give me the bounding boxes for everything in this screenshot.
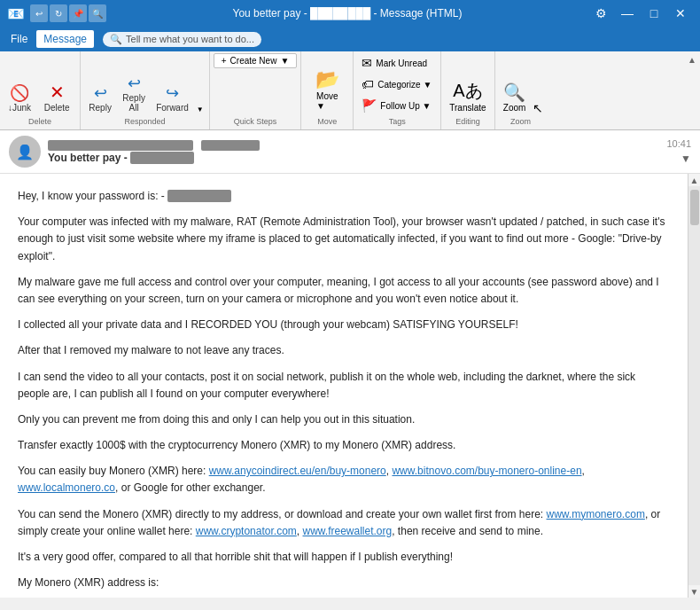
menu-file[interactable]: File	[4, 30, 35, 48]
maximize-btn[interactable]: □	[642, 3, 666, 24]
junk-btn[interactable]: 🚫 ↓Junk	[4, 82, 35, 115]
flag-icon: 🚩	[362, 98, 377, 113]
email-para-1: Your computer was infected with my malwa…	[18, 214, 670, 265]
avatar-icon: 👤	[16, 144, 34, 160]
para8a-text: You can easily buy Monero (XMR) here:	[18, 465, 209, 477]
avatar: 👤	[9, 136, 41, 168]
categorize-icon: 🏷	[362, 77, 374, 91]
ribbon-group-move: 📂 Move▼ Move	[301, 51, 354, 129]
email-para-3: I collected all your private data and I …	[18, 317, 670, 333]
zoom-btn[interactable]: 🔍 Zoom	[499, 79, 531, 115]
link-mymonero[interactable]: www.mymonero.com	[547, 508, 645, 520]
respond-group-btns: ↩ Reply ↩ ReplyAll ↪ Forward ▼	[84, 53, 206, 115]
translate-icon: Aあ	[453, 79, 482, 103]
ribbon-scroll-btn[interactable]: ▲	[688, 51, 700, 129]
forward-btn[interactable]: ↪ Forward	[152, 82, 193, 115]
scroll-down-btn[interactable]: ▼	[688, 585, 700, 598]
envelope-icon: ✉	[362, 56, 372, 70]
forward-label: Forward	[156, 103, 189, 113]
zoom-btns: 🔍 Zoom ↖	[499, 53, 543, 115]
editing-group-label: Editing	[445, 117, 490, 128]
tags-group-label: Tags	[357, 117, 437, 128]
dropdown-arrow: ▼	[280, 56, 289, 66]
mark-unread-btn[interactable]: ✉ Mark Unread	[357, 53, 437, 73]
collapse-btn[interactable]: ▼	[681, 152, 691, 165]
menu-message[interactable]: Message	[36, 30, 94, 48]
email-meta: ████████@████████.com ████████ You bette…	[48, 139, 659, 164]
create-new-label: Create New	[230, 56, 277, 66]
reply-btn[interactable]: ↩ Reply	[84, 82, 116, 115]
link-bitnovo[interactable]: www.bitnovo.com/buy-monero-online-en	[392, 465, 581, 477]
search-btn[interactable]: 🔍	[89, 4, 106, 22]
tell-me-input[interactable]: 🔍 Tell me what you want to do...	[103, 32, 261, 47]
scroll-track	[688, 186, 700, 585]
reply-all-btn[interactable]: ↩ ReplyAll	[118, 73, 150, 115]
categorize-label: Categorize ▼	[377, 80, 432, 90]
tags-btns: ✉ Mark Unread 🏷 Categorize ▼ 🚩 Follow Up…	[357, 53, 437, 115]
ribbon-content: 🚫 ↓Junk ✕ Delete Delete ↩ Reply ↩ Reply	[0, 51, 688, 129]
ribbon-group-editing: Aあ Translate Editing	[441, 51, 494, 129]
follow-up-btn[interactable]: 🚩 Follow Up ▼	[357, 96, 437, 115]
cursor-btn[interactable]: ↖	[533, 101, 543, 115]
window-controls: ⚙ — □ ✕	[588, 3, 693, 24]
email-from-line: ████████@████████.com ████████	[48, 139, 659, 152]
title-bar-small-btns: ↩ ↻ 📌 🔍	[30, 4, 106, 22]
para8d-text: , or Google for other exchanger.	[115, 481, 265, 494]
translate-btn[interactable]: Aあ Translate	[445, 76, 490, 115]
scroll-thumb[interactable]	[690, 190, 699, 225]
window-title: You better pay - ████████ - Message (HTM…	[106, 7, 588, 20]
ribbon: 🚫 ↓Junk ✕ Delete Delete ↩ Reply ↩ Reply	[0, 51, 700, 130]
plus-icon: +	[222, 56, 227, 66]
title-bar-left: 📧 ↩ ↻ 📌 🔍	[7, 4, 106, 22]
email-body: Hey, I know your password is: - ████████…	[0, 174, 688, 598]
link-cryptonator[interactable]: www.cryptonator.com	[196, 525, 297, 537]
categorize-btn[interactable]: 🏷 Categorize ▼	[357, 74, 437, 94]
outlook-icon: 📧	[7, 5, 25, 22]
move-btns: 📂 Move▼	[305, 53, 349, 115]
subject-text: You better pay -	[48, 152, 130, 164]
respond-group-label: Responded	[84, 117, 206, 128]
email-para-8: You can easily buy Monero (XMR) here: ww…	[18, 463, 670, 497]
email-main: Hey, I know your password is: - ████████…	[0, 174, 688, 598]
redo-btn[interactable]: ↻	[50, 4, 67, 22]
quicksteps-group-label: Quick Steps	[214, 117, 298, 128]
email-para-10: It's a very good offer, compared to all …	[18, 549, 670, 566]
junk-label: ↓Junk	[8, 103, 31, 113]
editing-btns: Aあ Translate	[445, 53, 490, 115]
delete-group-label: Delete	[4, 117, 76, 128]
respond-dropdown[interactable]: ▼	[195, 104, 206, 115]
link-freewallet[interactable]: www.freewallet.org	[302, 525, 392, 537]
quick-step-create-new[interactable]: + Create New ▼	[214, 53, 298, 68]
password-redacted: ████████	[167, 190, 231, 202]
title-bar: 📧 ↩ ↻ 📌 🔍 You better pay - ████████ - Me…	[0, 0, 700, 27]
link-localmonero[interactable]: www.localmonero.co	[18, 481, 115, 494]
reply-icon: ↩	[94, 85, 107, 101]
ribbon-group-tags: ✉ Mark Unread 🏷 Categorize ▼ 🚩 Follow Up…	[354, 51, 441, 129]
close-btn[interactable]: ✕	[668, 3, 693, 24]
minimize-btn[interactable]: —	[615, 3, 640, 24]
link-anycoindirect[interactable]: www.anycoindirect.eu/en/buy-monero	[209, 465, 386, 477]
move-label: Move▼	[316, 91, 338, 111]
email-para-4: After that I removed my malware to not l…	[18, 342, 670, 359]
delete-btn[interactable]: ✕ Delete	[37, 81, 76, 115]
delete-group-btns: 🚫 ↓Junk ✕ Delete	[4, 53, 76, 115]
move-group-label: Move	[305, 117, 349, 128]
email-para-7: Transfer exactly 1000$ with the cryptocu…	[18, 437, 670, 454]
tags-stacked: ✉ Mark Unread 🏷 Categorize ▼ 🚩 Follow Up…	[357, 53, 437, 115]
scroll-up-btn[interactable]: ▲	[688, 174, 700, 186]
email-para-11: My Monero (XMR) address is:	[18, 575, 670, 591]
delete-icon: ✕	[50, 83, 65, 101]
zoom-icon: 🔍	[503, 82, 525, 103]
subject-redacted: ████████	[130, 152, 194, 164]
para9a-text: You can send the Monero (XMR) directly t…	[18, 508, 547, 520]
settings-btn[interactable]: ⚙	[588, 3, 613, 24]
pin-btn[interactable]: 📌	[69, 4, 87, 22]
sender-redacted: ████████@████████.com	[48, 140, 193, 151]
quicksteps-btns: + Create New ▼	[214, 53, 298, 115]
undo-btn[interactable]: ↩	[30, 4, 48, 22]
email-para-9: You can send the Monero (XMR) directly t…	[18, 506, 670, 540]
vertical-scrollbar[interactable]: ▲ ▼	[688, 174, 700, 598]
move-btn[interactable]: 📂 Move▼	[305, 64, 349, 115]
ribbon-group-quicksteps: + Create New ▼ Quick Steps	[210, 51, 302, 129]
reply-label: Reply	[89, 103, 112, 113]
